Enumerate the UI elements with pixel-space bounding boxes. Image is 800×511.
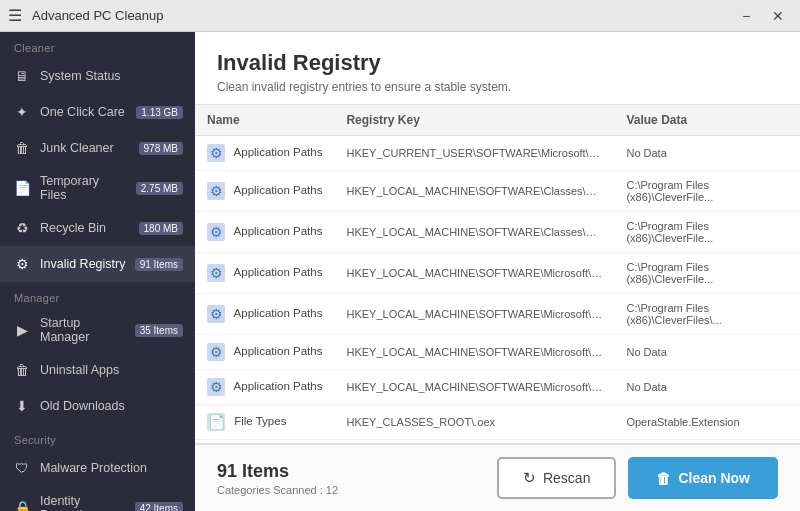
row-type-icon: ⚙ (207, 378, 225, 396)
sidebar-item-uninstall-apps[interactable]: 🗑 Uninstall Apps (0, 352, 195, 388)
close-button[interactable]: ✕ (764, 5, 792, 27)
startup-manager-badge: 35 Items (135, 324, 183, 337)
rescan-label: Rescan (543, 470, 590, 486)
row-registry-key: HKEY_LOCAL_MACHINE\SOFTWARE\Microsoft\Wi… (334, 294, 614, 335)
row-value-data: No Data (614, 136, 800, 171)
row-type-icon: ⚙ (207, 144, 225, 162)
row-registry-key: HKEY_LOCAL_MACHINE\SOFTWARE\Classes\Appl… (334, 171, 614, 212)
row-name: Application Paths (234, 345, 323, 357)
row-name-cell: ⚙ Application Paths (195, 370, 334, 405)
footer-buttons: ↻ Rescan 🗑 Clean Now (497, 457, 778, 499)
old-downloads-icon: ⬇ (12, 396, 32, 416)
table-row: ⚙ Application Paths HKEY_LOCAL_MACHINE\S… (195, 212, 800, 253)
temporary-files-badge: 2.75 MB (136, 182, 183, 195)
row-registry-key: HKEY_CLASSES_ROOT\.oex (334, 405, 614, 440)
sidebar-label-system-status: System Status (40, 69, 183, 83)
table-header-row: Name Registry Key Value Data (195, 105, 800, 136)
sidebar-label-old-downloads: Old Downloads (40, 399, 183, 413)
registry-table-container[interactable]: Name Registry Key Value Data ⚙ Applicati… (195, 105, 800, 443)
recycle-bin-badge: 180 MB (139, 222, 183, 235)
row-name: Application Paths (234, 307, 323, 319)
sidebar-label-malware-protection: Malware Protection (40, 461, 183, 475)
sidebar-item-startup-manager[interactable]: ▶ Startup Manager 35 Items (0, 308, 195, 352)
rescan-button[interactable]: ↻ Rescan (497, 457, 616, 499)
cleaner-section-label: Cleaner (0, 32, 195, 58)
row-registry-key: HKEY_LOCAL_MACHINE\SOFTWARE\Microsoft\Wi… (334, 370, 614, 405)
sidebar-item-temporary-files[interactable]: 📄 Temporary Files 2.75 MB (0, 166, 195, 210)
system-status-icon: 🖥 (12, 66, 32, 86)
rescan-icon: ↻ (523, 469, 536, 487)
row-name-cell: 📄 File Types (195, 405, 334, 440)
row-type-icon: ⚙ (207, 305, 225, 323)
sidebar-label-invalid-registry: Invalid Registry (40, 257, 127, 271)
row-name-cell: ⚙ Application Paths (195, 212, 334, 253)
footer-info: 91 Items Categories Scanned : 12 (217, 461, 338, 496)
clean-icon: 🗑 (656, 470, 671, 487)
table-row: ⚙ Application Paths HKEY_LOCAL_MACHINE\S… (195, 370, 800, 405)
row-type-icon: ⚙ (207, 223, 225, 241)
one-click-care-icon: ✦ (12, 102, 32, 122)
sidebar-item-one-click-care[interactable]: ✦ One Click Care 1.13 GB (0, 94, 195, 130)
col-value-data: Value Data (614, 105, 800, 136)
one-click-care-badge: 1.13 GB (136, 106, 183, 119)
categories-scanned: Categories Scanned : 12 (217, 484, 338, 496)
uninstall-apps-icon: 🗑 (12, 360, 32, 380)
table-row: ⚙ Application Paths HKEY_CURRENT_USER\SO… (195, 136, 800, 171)
row-type-icon: 📄 (207, 413, 225, 431)
identity-protection-icon: 🔒 (12, 498, 32, 511)
table-row: ⚙ Application Paths HKEY_LOCAL_MACHINE\S… (195, 294, 800, 335)
sidebar-label-temporary-files: Temporary Files (40, 174, 128, 202)
identity-protection-badge: 42 Items (135, 502, 183, 512)
content-footer: 91 Items Categories Scanned : 12 ↻ Resca… (195, 443, 800, 511)
menu-icon[interactable]: ☰ (8, 6, 22, 25)
row-registry-key: HKEY_LOCAL_MACHINE\SOFTWARE\Classes\Appl… (334, 212, 614, 253)
items-count: 91 Items (217, 461, 338, 482)
row-value-data: C:\Program Files (x86)\CleverFile... (614, 212, 800, 253)
junk-cleaner-badge: 978 MB (139, 142, 183, 155)
window-controls: − ✕ (732, 5, 792, 27)
row-name: Application Paths (234, 266, 323, 278)
row-name-cell: ⚙ Application Paths (195, 136, 334, 171)
minimize-button[interactable]: − (732, 5, 760, 27)
junk-cleaner-icon: 🗑 (12, 138, 32, 158)
row-value-data: No Data (614, 370, 800, 405)
sidebar-label-one-click-care: One Click Care (40, 105, 128, 119)
page-title: Invalid Registry (217, 50, 778, 76)
sidebar-item-junk-cleaner[interactable]: 🗑 Junk Cleaner 978 MB (0, 130, 195, 166)
sidebar-label-identity-protection: Identity Protection (40, 494, 127, 511)
content-area: Invalid Registry Clean invalid registry … (195, 32, 800, 511)
registry-table: Name Registry Key Value Data ⚙ Applicati… (195, 105, 800, 443)
page-subtitle: Clean invalid registry entries to ensure… (217, 80, 778, 94)
table-row: 📄 File Types HKEY_CLASSES_ROOT\.oex Oper… (195, 405, 800, 440)
main-layout: Cleaner 🖥 System Status ✦ One Click Care… (0, 32, 800, 511)
row-value-data: OperaStable.Extension (614, 405, 800, 440)
sidebar-item-system-status[interactable]: 🖥 System Status (0, 58, 195, 94)
row-name-cell: ⚙ Application Paths (195, 171, 334, 212)
row-name: File Types (234, 415, 286, 427)
row-name-cell: ⚙ Application Paths (195, 253, 334, 294)
table-row: ⚙ Application Paths HKEY_LOCAL_MACHINE\S… (195, 335, 800, 370)
sidebar-label-uninstall-apps: Uninstall Apps (40, 363, 183, 377)
row-name: Application Paths (234, 225, 323, 237)
row-type-icon: ⚙ (207, 343, 225, 361)
content-header: Invalid Registry Clean invalid registry … (195, 32, 800, 105)
row-type-icon: ⚙ (207, 264, 225, 282)
clean-label: Clean Now (678, 470, 750, 486)
row-registry-key: HKEY_CURRENT_USER\SOFTWARE\Microsoft\Win… (334, 136, 614, 171)
sidebar-item-identity-protection[interactable]: 🔒 Identity Protection 42 Items (0, 486, 195, 511)
col-name: Name (195, 105, 334, 136)
invalid-registry-badge: 91 Items (135, 258, 183, 271)
sidebar-item-old-downloads[interactable]: ⬇ Old Downloads (0, 388, 195, 424)
sidebar-label-startup-manager: Startup Manager (40, 316, 127, 344)
sidebar-item-malware-protection[interactable]: 🛡 Malware Protection (0, 450, 195, 486)
sidebar-label-junk-cleaner: Junk Cleaner (40, 141, 131, 155)
sidebar: Cleaner 🖥 System Status ✦ One Click Care… (0, 32, 195, 511)
sidebar-item-recycle-bin[interactable]: ♻ Recycle Bin 180 MB (0, 210, 195, 246)
sidebar-item-invalid-registry[interactable]: ⚙ Invalid Registry 91 Items (0, 246, 195, 282)
clean-now-button[interactable]: 🗑 Clean Now (628, 457, 778, 499)
row-type-icon: ⚙ (207, 182, 225, 200)
recycle-bin-icon: ♻ (12, 218, 32, 238)
row-value-data: No Data (614, 335, 800, 370)
row-name: Application Paths (234, 146, 323, 158)
startup-manager-icon: ▶ (12, 320, 32, 340)
